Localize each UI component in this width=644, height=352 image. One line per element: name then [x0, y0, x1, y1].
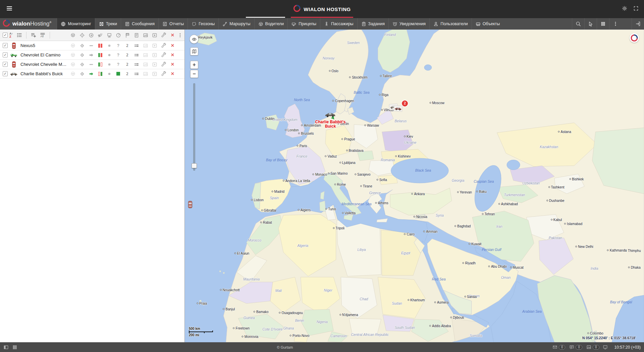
unit-row[interactable]: ✓Chevrolet El Camino?2✕: [0, 50, 184, 60]
location-target-icon[interactable]: [77, 71, 87, 77]
events-icon[interactable]: 2: [123, 72, 132, 76]
column-driver-icon[interactable]: [68, 33, 77, 38]
tab-checker[interactable]: Треки: [95, 18, 121, 30]
tab-driver[interactable]: Водители: [254, 18, 288, 30]
events-icon[interactable]: 2: [123, 62, 132, 67]
kebab-icon[interactable]: [609, 18, 622, 30]
unit-settings-wrench-icon[interactable]: [159, 62, 168, 67]
exit-icon[interactable]: [632, 18, 644, 30]
zoom-slider[interactable]: [193, 83, 195, 171]
events-icon[interactable]: 2: [123, 43, 132, 48]
unit-settings-wrench-icon[interactable]: [159, 43, 168, 48]
footer-messages-group[interactable]: 0: [552, 345, 566, 350]
unit-cluster-marker[interactable]: 2: [389, 104, 404, 113]
photo-icon[interactable]: [141, 43, 150, 48]
panel-menu-kebab-icon[interactable]: [177, 33, 183, 38]
video-play-icon[interactable]: [150, 62, 159, 67]
properties-icon[interactable]: [132, 71, 141, 77]
tab-msg[interactable]: Сообщения: [121, 18, 158, 30]
map-label-country: India: [591, 266, 598, 270]
unit-row[interactable]: ✓Nexus5?2✕: [0, 41, 184, 50]
column-gauge-icon[interactable]: [114, 33, 123, 38]
remove-from-list-icon[interactable]: ✕: [168, 52, 177, 57]
video-monitor-icon[interactable]: [603, 345, 608, 350]
location-target-icon[interactable]: [77, 52, 87, 58]
tab-report[interactable]: Отчеты: [158, 18, 187, 30]
location-target-icon[interactable]: [77, 62, 87, 67]
properties-icon[interactable]: [132, 52, 141, 58]
photo-icon[interactable]: [141, 62, 150, 67]
tab-route[interactable]: Маршруты: [218, 18, 254, 30]
map-label-city: Muscat: [510, 265, 524, 269]
grid-icon[interactable]: [597, 18, 609, 30]
unit-name[interactable]: Chevrolet Chevelle Malibu: [20, 62, 68, 67]
select-all-checkbox[interactable]: ✓: [3, 33, 8, 38]
visibility-eye-button[interactable]: [190, 35, 199, 44]
zoom-slider-handle[interactable]: [192, 163, 197, 168]
remove-from-list-icon[interactable]: ✕: [168, 71, 177, 76]
location-target-icon[interactable]: [77, 43, 87, 48]
map-label-city: Nicosia: [414, 215, 427, 218]
tab-notification[interactable]: Уведомления: [388, 18, 429, 30]
video-play-icon[interactable]: [150, 52, 159, 58]
unit-settings-wrench-icon[interactable]: [159, 52, 168, 58]
pointer-icon[interactable]: [584, 18, 597, 30]
tab-passenger[interactable]: Пассажиры: [320, 18, 357, 30]
footer-media-group[interactable]: 0: [586, 345, 599, 350]
video-play-icon[interactable]: [150, 71, 159, 77]
show-all-button[interactable]: All: [38, 32, 47, 38]
unit-marker-charlie-babbits-buick[interactable]: Charlie Babbit's Buick: [315, 112, 346, 128]
tab-trailer[interactable]: Прицепы: [287, 18, 320, 30]
unit-row[interactable]: ✓Charlie Babbit's Buick2✕: [0, 69, 184, 79]
column-flag-icon[interactable]: [123, 33, 132, 38]
sort-az-button[interactable]: A↑Z: [8, 32, 15, 38]
remove-from-list-icon[interactable]: ✕: [168, 43, 177, 48]
add-to-list-button[interactable]: [29, 32, 38, 38]
search-icon[interactable]: [572, 18, 584, 30]
column-targetCross-icon[interactable]: [77, 33, 87, 38]
map-canvas[interactable]: North SeaBaltic SeaBay of BiscayBlack Se…: [185, 30, 644, 342]
footer-sms-group[interactable]: 0: [569, 345, 582, 350]
unit-name[interactable]: Chevrolet El Camino: [20, 52, 68, 57]
unit-checkbox[interactable]: ✓: [3, 62, 8, 67]
work-list-icon[interactable]: [15, 32, 24, 38]
gear-icon[interactable]: [622, 6, 627, 12]
map-layers-button[interactable]: [190, 47, 198, 55]
apps-grid-icon[interactable]: [12, 345, 17, 350]
hamburger-menu-icon[interactable]: [6, 5, 14, 13]
column-settings-wrench-icon[interactable]: [159, 33, 168, 38]
unit-checkbox[interactable]: ✓: [3, 43, 8, 48]
unit-checkbox[interactable]: ✓: [3, 52, 8, 57]
column-doc-icon[interactable]: [132, 33, 141, 38]
tab-unit[interactable]: Объекты: [472, 18, 504, 30]
tab-globe[interactable]: Мониторинг: [57, 18, 95, 30]
unit-checkbox[interactable]: ✓: [3, 71, 8, 76]
unit-row[interactable]: ✓Chevrolet Chevelle Malibu?2✕: [0, 60, 184, 69]
unit-name[interactable]: Charlie Babbit's Buick: [20, 71, 68, 76]
remove-from-list-icon[interactable]: ✕: [168, 62, 177, 67]
data-accuracy-dot-icon: [105, 71, 114, 77]
zoom-out-button[interactable]: −: [190, 70, 198, 78]
unit-settings-wrench-icon[interactable]: [159, 71, 168, 77]
bottom-panel-toggle-icon[interactable]: [3, 345, 9, 350]
column-satellite-icon[interactable]: [96, 33, 105, 38]
tab-user[interactable]: Пользователи: [429, 18, 472, 30]
column-play-icon[interactable]: [150, 33, 159, 38]
unit-name[interactable]: Nexus5: [20, 43, 68, 48]
video-play-icon[interactable]: [150, 43, 159, 48]
tab-job[interactable]: Задания: [357, 18, 388, 30]
column-monitor-icon[interactable]: [105, 33, 114, 38]
tab-geofence[interactable]: Геозоны: [187, 18, 218, 30]
photo-icon[interactable]: [141, 52, 150, 58]
fullscreen-icon[interactable]: [633, 6, 639, 12]
column-image-icon[interactable]: [141, 33, 150, 38]
photo-icon[interactable]: [141, 71, 150, 77]
column-remove-icon[interactable]: ✕: [168, 33, 177, 38]
zoom-in-button[interactable]: +: [190, 61, 198, 69]
properties-icon[interactable]: [132, 62, 141, 67]
events-icon[interactable]: 2: [123, 53, 132, 57]
column-arrowCircle-icon[interactable]: [87, 33, 96, 38]
unit-marker-at-sea[interactable]: [188, 201, 193, 210]
properties-icon[interactable]: [132, 43, 141, 48]
brand[interactable]: wialonHosting®: [0, 18, 57, 30]
